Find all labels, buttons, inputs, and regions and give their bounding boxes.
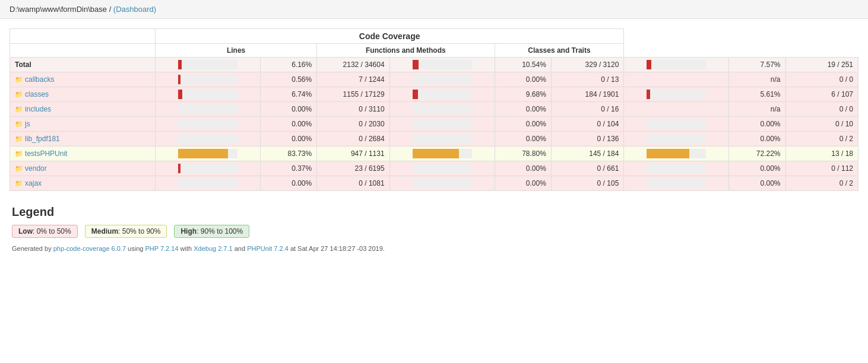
table-row: 📁 xajax0.00%0 / 10810.00%0 / 1050.00%0 /… [10,176,859,191]
lines-bar-cell [155,58,260,72]
header-code-coverage: Code Coverage [155,29,623,44]
func-pct-cell: 0.00% [495,72,551,87]
header-lines: Lines [155,44,316,58]
folder-icon: 📁 [15,91,25,98]
func-bar-cell [389,102,495,117]
class-count-cell: 0 / 10 [785,117,859,132]
table-row: 📁 vendor0.37%23 / 61950.00%0 / 6610.00%0… [10,161,859,176]
lines-pct-cell: 0.37% [260,161,316,176]
lines-count-cell: 0 / 3110 [317,102,389,117]
lines-bar-cell [155,132,260,147]
lines-count-cell: 0 / 2030 [317,117,389,132]
lines-bar-cell [155,176,260,191]
lines-pct-cell: 83.73% [260,147,316,161]
row-name-link[interactable]: testsPHPUnit [25,149,67,158]
lines-count-cell: 1155 / 17129 [317,87,389,102]
legend-items: Low: 0% to 50% Medium: 50% to 90% High: … [12,225,856,238]
lines-pct-cell: 6.16% [260,58,316,72]
func-bar-cell [389,58,495,72]
footer-link-2[interactable]: PHP 7.2.14 [145,245,178,252]
func-bar-cell [389,87,495,102]
row-name-cell[interactable]: 📁 vendor [10,161,156,176]
row-name-link[interactable]: xajax [25,179,42,187]
row-name-cell[interactable]: 📁 xajax [10,176,156,191]
func-bar-cell [389,161,495,176]
legend-high-badge: High: 90% to 100% [174,225,249,238]
lines-bar-cell [155,87,260,102]
lines-pct-cell: 0.56% [260,72,316,87]
class-count-cell: 13 / 18 [785,147,859,161]
lines-count-cell: 2132 / 34604 [317,58,389,72]
row-name-cell[interactable]: 📁 js [10,117,156,132]
row-name-link[interactable]: lib_fpdf181 [25,135,60,143]
row-name-cell[interactable]: 📁 callbacks [10,72,156,87]
row-name-cell: Total [10,58,156,72]
folder-icon: 📁 [15,150,25,157]
folder-icon: 📁 [15,180,25,187]
folder-icon: 📁 [15,106,25,113]
class-pct-cell: 0.00% [729,161,785,176]
lines-bar-cell [155,102,260,117]
table-header-sub: Lines Functions and Methods Classes and … [10,44,859,58]
row-name-link[interactable]: classes [25,90,49,98]
header-name-col [10,44,156,58]
table-row: 📁 callbacks0.56%7 / 12440.00%0 / 13n/a0 … [10,72,859,87]
class-pct-cell: n/a [729,102,785,117]
func-pct-cell: 10.54% [495,58,551,72]
class-count-cell: 0 / 2 [785,132,859,147]
lines-pct-cell: 0.00% [260,176,316,191]
class-count-cell: 6 / 107 [785,87,859,102]
class-pct-cell: 0.00% [729,176,785,191]
class-bar-cell [624,72,729,87]
lines-count-cell: 947 / 1131 [317,147,389,161]
func-count-cell: 0 / 136 [551,132,623,147]
class-bar-cell [624,102,729,117]
lines-count-cell: 0 / 1081 [317,176,389,191]
func-pct-cell: 0.00% [495,132,551,147]
func-count-cell: 0 / 104 [551,117,623,132]
func-bar-cell [389,176,495,191]
class-count-cell: 0 / 0 [785,72,859,87]
row-name-link[interactable]: js [25,120,30,128]
func-count-cell: 0 / 105 [551,176,623,191]
table-row: 📁 lib_fpdf1810.00%0 / 26840.00%0 / 1360.… [10,132,859,147]
folder-icon: 📁 [15,120,25,128]
header-classes: Classes and Traits [495,44,624,58]
class-bar-cell [624,87,729,102]
footer-link-1[interactable]: php-code-coverage 6.0.7 [53,245,126,252]
class-bar-cell [624,117,729,132]
row-name-link[interactable]: vendor [25,164,47,173]
row-name-cell[interactable]: 📁 includes [10,102,156,117]
row-name-cell[interactable]: 📁 testsPHPUnit [10,147,156,161]
row-name-cell[interactable]: 📁 lib_fpdf181 [10,132,156,147]
footer-link-3[interactable]: Xdebug 2.7.1 [194,245,232,252]
class-pct-cell: 5.61% [729,87,785,102]
table-row: Total6.16%2132 / 3460410.54%329 / 31207.… [10,58,859,72]
class-bar-cell [624,176,729,191]
lines-pct-cell: 0.00% [260,117,316,132]
row-name-cell[interactable]: 📁 classes [10,87,156,102]
func-count-cell: 184 / 1901 [551,87,623,102]
class-bar-cell [624,58,729,72]
class-count-cell: 0 / 112 [785,161,859,176]
lines-pct-cell: 0.00% [260,102,316,117]
table-header-top: Code Coverage [10,29,859,44]
lines-bar-cell [155,147,260,161]
class-pct-cell: 0.00% [729,132,785,147]
func-bar-cell [389,132,495,147]
folder-icon: 📁 [15,165,25,172]
class-count-cell: 19 / 251 [785,58,859,72]
table-row: 📁 includes0.00%0 / 31100.00%0 / 16n/a0 /… [10,102,859,117]
legend-medium-badge: Medium: 50% to 90% [85,225,167,238]
class-count-cell: 0 / 0 [785,102,859,117]
class-bar-cell [624,161,729,176]
row-name-link[interactable]: callbacks [25,75,54,84]
func-pct-cell: 9.68% [495,87,551,102]
folder-icon: 📁 [15,76,25,83]
footer-link-4[interactable]: PHPUnit 7.2.4 [247,245,289,252]
row-name-link[interactable]: includes [25,105,51,113]
breadcrumb-separator: / [109,5,113,14]
folder-icon: 📁 [15,135,25,142]
func-pct-cell: 0.00% [495,102,551,117]
dashboard-link[interactable]: (Dashboard) [113,5,156,14]
